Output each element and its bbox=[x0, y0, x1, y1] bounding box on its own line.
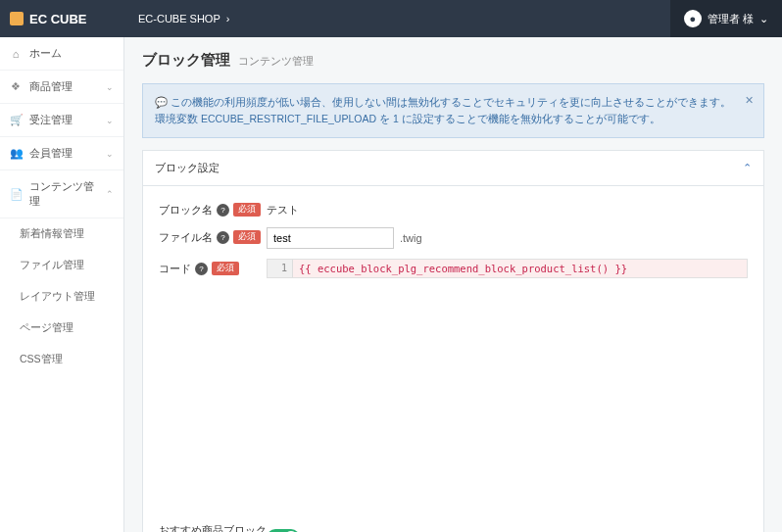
code-text: {{ eccube_block_plg_recommend_block_prod… bbox=[299, 263, 627, 274]
sidebar-subitem-label: レイアウト管理 bbox=[20, 290, 95, 304]
user-icon: ● bbox=[684, 10, 702, 27]
sidebar-item-products[interactable]: ❖ 商品管理 ⌄ bbox=[0, 71, 123, 104]
logo-cube-icon bbox=[10, 12, 24, 25]
block-name-label: ブロック名 ? 必須 bbox=[159, 200, 267, 218]
chevron-down-icon: ⌄ bbox=[106, 82, 114, 92]
sidebar-item-members[interactable]: 👥 会員管理 ⌄ bbox=[0, 137, 123, 170]
page-title-text: ブロック管理 bbox=[142, 51, 230, 70]
chevron-up-icon: ⌃ bbox=[106, 189, 114, 199]
logo: EC CUBE bbox=[0, 12, 124, 26]
file-name-label: ファイル名 ? 必須 bbox=[159, 227, 267, 245]
page-subtitle: コンテンツ管理 bbox=[238, 54, 314, 69]
toggle-label: おすすめ商品ブロック化 bbox=[159, 523, 267, 532]
block-name-value: テスト bbox=[267, 200, 748, 218]
required-badge: 必須 bbox=[212, 262, 239, 275]
alert-text: この機能の利用頻度が低い場合、使用しない間は無効化することでセキュリティを更に向… bbox=[155, 96, 731, 124]
sidebar-subitem-news[interactable]: 新着情報管理 bbox=[0, 218, 123, 250]
sidebar-subitem-label: CSS管理 bbox=[20, 353, 63, 366]
comment-icon: 💬 bbox=[155, 96, 171, 108]
file-icon: 📄 bbox=[10, 188, 22, 201]
home-icon: ⌂ bbox=[10, 48, 22, 60]
chevron-right-icon: › bbox=[226, 13, 230, 24]
required-badge: 必須 bbox=[233, 230, 261, 244]
page-title: ブロック管理 コンテンツ管理 bbox=[142, 51, 764, 70]
sidebar-subitem-css[interactable]: CSS管理 bbox=[0, 344, 123, 375]
required-badge: 必須 bbox=[233, 203, 261, 217]
sidebar-item-home[interactable]: ⌂ ホーム bbox=[0, 37, 123, 71]
close-icon[interactable]: ✕ bbox=[745, 92, 754, 109]
code-label: コード ? 必須 bbox=[159, 259, 267, 276]
sidebar-subitem-label: ページ管理 bbox=[20, 321, 73, 335]
label-text: ファイル名 bbox=[159, 230, 213, 245]
block-settings-panel: ブロック設定 ⌃ ブロック名 ? 必須 テスト ファイル名 ? 必須 bbox=[142, 150, 764, 532]
chevron-down-icon: ⌄ bbox=[759, 13, 768, 25]
sidebar-item-label: コンテンツ管理 bbox=[29, 179, 98, 209]
sidebar-item-orders[interactable]: 🛒 受注管理 ⌄ bbox=[0, 104, 123, 137]
sidebar-subitem-layout[interactable]: レイアウト管理 bbox=[0, 281, 123, 313]
sidebar-subitem-file[interactable]: ファイル管理 bbox=[0, 250, 123, 281]
cart-icon: 🛒 bbox=[10, 114, 22, 126]
users-icon: 👥 bbox=[10, 147, 22, 160]
sidebar-item-label: 商品管理 bbox=[29, 79, 73, 94]
user-name: 管理者 様 bbox=[708, 12, 754, 26]
security-alert: 💬 この機能の利用頻度が低い場合、使用しない間は無効化することでセキュリティを更… bbox=[142, 83, 764, 138]
panel-title: ブロック設定 bbox=[155, 161, 220, 175]
sidebar-subitem-label: 新着情報管理 bbox=[20, 227, 84, 241]
logo-text: EC CUBE bbox=[29, 12, 87, 26]
label-text: ブロック名 bbox=[159, 203, 213, 218]
sidebar-item-label: 受注管理 bbox=[29, 113, 73, 127]
sidebar: ⌂ ホーム ❖ 商品管理 ⌄ 🛒 受注管理 ⌄ 👥 会員管理 ⌄ 📄 コンテンツ… bbox=[0, 37, 124, 532]
user-menu[interactable]: ● 管理者 様 ⌄ bbox=[670, 0, 782, 37]
chevron-down-icon: ⌄ bbox=[106, 149, 114, 159]
file-name-input[interactable] bbox=[267, 227, 394, 249]
help-icon[interactable]: ? bbox=[217, 231, 229, 244]
file-suffix: .twig bbox=[400, 232, 422, 244]
product-icon: ❖ bbox=[10, 80, 22, 93]
help-icon[interactable]: ? bbox=[195, 263, 208, 275]
sidebar-subitem-label: ファイル管理 bbox=[20, 259, 84, 272]
chevron-up-icon: ⌃ bbox=[743, 162, 752, 174]
code-line: {{ eccube_block_plg_recommend_block_prod… bbox=[293, 260, 747, 277]
code-editor[interactable]: 1 {{ eccube_block_plg_recommend_block_pr… bbox=[267, 259, 748, 278]
sidebar-item-label: 会員管理 bbox=[29, 146, 73, 161]
help-icon[interactable]: ? bbox=[217, 204, 229, 217]
sidebar-subitem-page[interactable]: ページ管理 bbox=[0, 313, 123, 344]
label-text: コード bbox=[159, 262, 191, 276]
chevron-down-icon: ⌄ bbox=[106, 116, 114, 125]
sidebar-item-label: ホーム bbox=[29, 46, 62, 61]
shop-link[interactable]: EC-CUBE SHOP › bbox=[124, 13, 243, 24]
panel-header[interactable]: ブロック設定 ⌃ bbox=[143, 151, 763, 186]
recommend-block-toggle[interactable] bbox=[267, 529, 300, 532]
line-number: 1 bbox=[268, 260, 293, 277]
shop-link-label: EC-CUBE SHOP bbox=[138, 13, 220, 24]
sidebar-item-content[interactable]: 📄 コンテンツ管理 ⌃ bbox=[0, 170, 123, 218]
